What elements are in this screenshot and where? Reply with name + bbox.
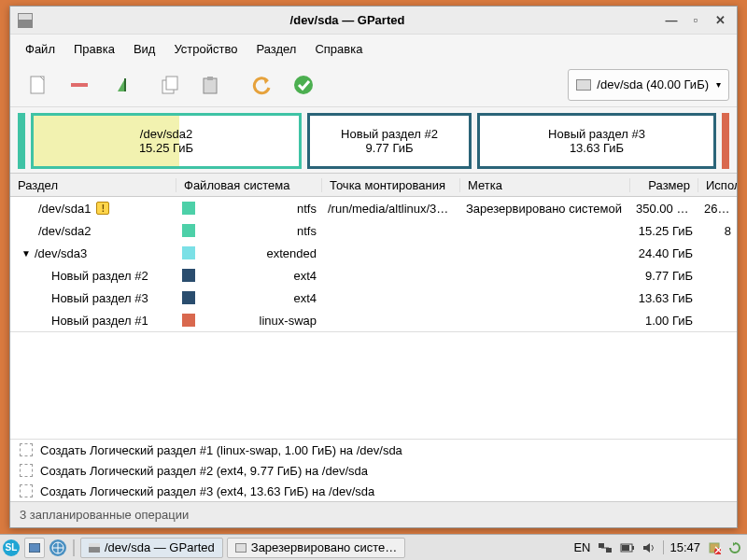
warning-icon: ! (96, 202, 109, 215)
col-size[interactable]: Размер (630, 178, 698, 192)
svg-rect-10 (599, 543, 604, 548)
volume-icon[interactable] (642, 542, 655, 553)
paste-button[interactable] (195, 70, 225, 100)
disk-segment-sda2[interactable]: /dev/sda2 15.25 ГиБ (31, 113, 302, 169)
paste-icon (200, 75, 220, 95)
resize-arrow-icon (114, 75, 134, 95)
fs-color-swatch (182, 314, 195, 327)
svg-rect-4 (166, 77, 177, 90)
table-row[interactable]: Новый раздел #1 linux-swap 1.00 ГиБ (10, 309, 737, 331)
start-menu-button[interactable]: SL (3, 539, 20, 556)
seg-size: 13.63 ГиБ (570, 141, 624, 155)
table-row[interactable]: Новый раздел #2 ext4 9.77 ГиБ (10, 264, 737, 287)
browser-launcher[interactable] (49, 539, 66, 556)
operation-row[interactable]: Создать Логический раздел #2 (ext4, 9.77… (10, 460, 737, 481)
statusbar: 3 запланированные операции (10, 501, 737, 527)
fs-color-swatch (182, 291, 195, 304)
operation-icon (20, 443, 33, 456)
seg-label: Новый раздел #3 (548, 127, 645, 141)
svg-rect-5 (204, 78, 217, 93)
svg-rect-8 (29, 543, 40, 553)
operation-row[interactable]: Создать Логический раздел #3 (ext4, 13.6… (10, 481, 737, 501)
operation-row[interactable]: Создать Логический раздел #1 (linux-swap… (10, 440, 737, 460)
chevron-down-icon: ▾ (716, 79, 721, 90)
keyboard-layout[interactable]: EN (573, 540, 590, 554)
device-selector[interactable]: /dev/sda (40.00 ГиБ) ▾ (568, 69, 729, 101)
desktop-icon (29, 543, 40, 553)
seg-label: /dev/sda2 (139, 127, 193, 141)
system-tray: EN 15:47 ✕ (573, 540, 747, 554)
menu-file[interactable]: Файл (16, 38, 64, 60)
show-desktop-button[interactable] (24, 538, 45, 558)
close-button[interactable]: ✕ (711, 11, 729, 30)
device-label: /dev/sda (40.00 ГиБ) (597, 77, 709, 91)
minimize-button[interactable]: — (662, 11, 681, 30)
svg-rect-11 (606, 548, 612, 553)
apply-check-icon (293, 75, 314, 95)
delete-partition-button[interactable] (64, 70, 94, 100)
toolbar: /dev/sda (40.00 ГиБ) ▾ (10, 63, 737, 107)
copy-icon (159, 75, 179, 95)
folder-icon (235, 543, 247, 553)
window-title: /dev/sda — GParted (38, 13, 656, 27)
disk-segment-swap[interactable] (722, 113, 729, 169)
column-headers: Раздел Файловая система Точка монтирован… (10, 173, 737, 197)
harddisk-icon (576, 79, 591, 91)
menu-view[interactable]: Вид (124, 38, 165, 60)
document-new-icon (28, 75, 49, 95)
separator (73, 539, 75, 556)
app-window: /dev/sda — GParted — ▫ ✕ Файл Правка Вид… (9, 6, 738, 528)
svg-rect-0 (31, 77, 44, 93)
col-filesystem[interactable]: Файловая система (176, 178, 322, 192)
table-row[interactable]: Новый раздел #3 ext4 13.63 ГиБ (10, 287, 737, 309)
expander-icon[interactable]: ▼ (21, 248, 31, 259)
svg-rect-6 (207, 77, 213, 80)
seg-label: Новый раздел #2 (341, 127, 438, 141)
resize-move-button[interactable] (109, 70, 139, 100)
menu-edit[interactable]: Правка (64, 38, 124, 60)
disk-segment-sda1[interactable] (18, 113, 25, 169)
app-icon (89, 543, 100, 553)
table-row[interactable]: /dev/sda1 ! ntfs /run/media/altlinux/3… … (10, 197, 737, 219)
svg-text:✕: ✕ (713, 543, 722, 554)
network-icon[interactable] (598, 542, 613, 553)
undo-button[interactable] (247, 70, 277, 100)
col-mount[interactable]: Точка монтирования (322, 178, 460, 192)
menu-device[interactable]: Устройство (164, 38, 247, 60)
desktop-taskbar: SL /dev/sda — GParted Зарезервировано си… (0, 534, 747, 560)
apply-button[interactable] (289, 70, 318, 100)
maximize-button[interactable]: ▫ (686, 11, 705, 30)
partition-table: /dev/sda1 ! ntfs /run/media/altlinux/3… … (10, 197, 737, 331)
app-icon (18, 13, 33, 28)
col-partition[interactable]: Раздел (10, 178, 176, 192)
col-used[interactable]: Использо (698, 178, 737, 192)
empty-area (10, 331, 737, 439)
svg-rect-1 (71, 83, 88, 87)
update-icon[interactable]: ✕ (708, 541, 721, 554)
disk-segment-new3[interactable]: Новый раздел #3 13.63 ГиБ (477, 113, 716, 169)
fs-color-swatch (182, 246, 195, 259)
disk-segment-new2[interactable]: Новый раздел #2 9.77 ГиБ (307, 113, 472, 169)
operation-icon (20, 484, 33, 497)
battery-icon[interactable] (620, 543, 635, 553)
taskbar-app-gparted[interactable]: /dev/sda — GParted (80, 538, 223, 558)
fs-color-swatch (182, 224, 195, 237)
clock[interactable]: 15:47 (663, 540, 700, 554)
table-row[interactable]: ▼ /dev/sda3 extended 24.40 ГиБ (10, 242, 737, 264)
disk-graphic: /dev/sda2 15.25 ГиБ Новый раздел #2 9.77… (18, 113, 729, 169)
svg-rect-15 (622, 545, 629, 551)
refresh-icon[interactable] (728, 541, 741, 554)
delete-icon (69, 81, 90, 89)
menubar: Файл Правка Вид Устройство Раздел Справк… (10, 35, 737, 63)
menu-help[interactable]: Справка (305, 38, 372, 60)
fs-color-swatch (182, 269, 195, 282)
pending-operations-list: Создать Логический раздел #1 (linux-swap… (10, 439, 737, 501)
menu-partition[interactable]: Раздел (247, 38, 305, 60)
copy-button[interactable] (154, 70, 184, 100)
table-row[interactable]: /dev/sda2 ntfs 15.25 ГиБ 8 (10, 219, 737, 242)
taskbar-app-reserved[interactable]: Зарезервировано систе… (227, 538, 405, 558)
fs-color-swatch (182, 202, 195, 215)
undo-icon (252, 75, 273, 95)
col-label[interactable]: Метка (460, 178, 630, 192)
new-partition-button[interactable] (23, 70, 53, 100)
